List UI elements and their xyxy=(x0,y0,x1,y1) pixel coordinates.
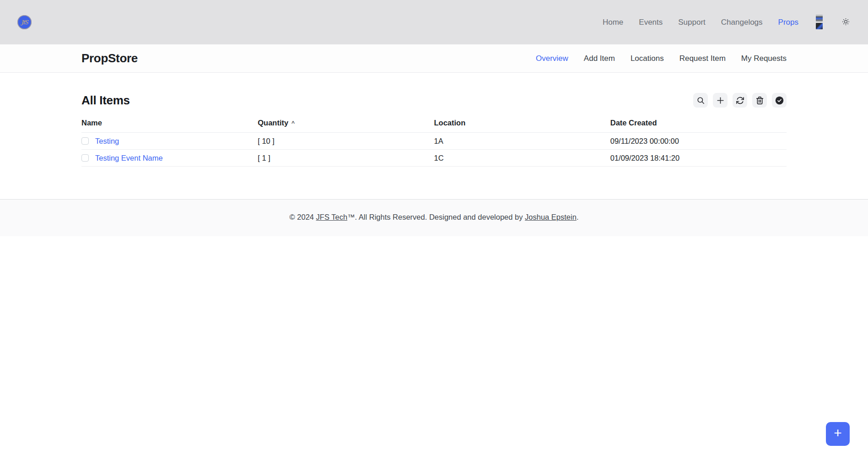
plus-icon: + xyxy=(834,426,842,440)
search-button[interactable] xyxy=(693,93,708,108)
main-content: All Items xyxy=(81,73,787,167)
item-location: 1A xyxy=(434,137,610,146)
topnav-links: Home Events Support Changelogs Props xyxy=(603,18,798,27)
row-checkbox[interactable] xyxy=(81,154,89,162)
delete-button[interactable] xyxy=(752,93,767,108)
select-all-button[interactable] xyxy=(772,93,787,108)
column-header-date-created[interactable]: Date Created xyxy=(610,119,787,127)
avatar-fragment xyxy=(816,15,823,22)
jfs-logo[interactable]: JfS xyxy=(17,15,32,29)
add-item-fab[interactable]: + xyxy=(826,422,850,446)
tab-locations[interactable]: Locations xyxy=(631,54,664,63)
copyright-text: © 2024 xyxy=(290,213,316,221)
refresh-button[interactable] xyxy=(733,93,747,108)
user-avatar-image[interactable] xyxy=(816,15,823,30)
tab-my-requests[interactable]: My Requests xyxy=(741,54,787,63)
row-checkbox[interactable] xyxy=(81,137,89,145)
circle-check-icon xyxy=(775,96,784,105)
jfs-tech-link[interactable]: JFS Tech xyxy=(316,213,347,221)
item-date-created: 01/09/2023 18:41:20 xyxy=(610,154,787,162)
item-quantity: [ 10 ] xyxy=(258,137,434,146)
tab-add-item[interactable]: Add Item xyxy=(584,54,615,63)
avatar-fragment xyxy=(816,23,823,29)
add-item-button[interactable] xyxy=(713,93,728,108)
items-toolbar xyxy=(693,93,787,108)
plus-icon xyxy=(716,96,725,105)
item-name-link[interactable]: Testing xyxy=(95,137,119,146)
table-row: Testing Event Name [ 1 ] 1C 01/09/2023 1… xyxy=(81,150,787,167)
item-quantity: [ 1 ] xyxy=(258,154,434,162)
theme-toggle-button[interactable] xyxy=(842,18,850,27)
sort-ascending-icon: ^ xyxy=(291,120,295,127)
search-icon xyxy=(696,96,705,105)
page-title: All Items xyxy=(81,93,130,108)
subnav-tabs: Overview Add Item Locations Request Item… xyxy=(536,54,787,63)
column-header-location[interactable]: Location xyxy=(434,119,610,127)
nav-link-changelogs[interactable]: Changelogs xyxy=(721,18,763,27)
table-row: Testing [ 10 ] 1A 09/11/2023 00:00:00 xyxy=(81,133,787,150)
app-title: PropStore xyxy=(81,51,138,65)
top-navbar: JfS Home Events Support Changelogs Props xyxy=(0,0,868,44)
tab-overview[interactable]: Overview xyxy=(536,54,568,63)
table-header-row: Name Quantity ^ Location Date Created xyxy=(81,119,787,133)
items-table: Name Quantity ^ Location Date Created Te… xyxy=(81,119,787,167)
app-subnav: PropStore Overview Add Item Locations Re… xyxy=(0,44,868,73)
page-footer: © 2024 JFS Tech™. All Rights Reserved. D… xyxy=(0,199,868,236)
footer-suffix: . xyxy=(577,213,579,221)
item-date-created: 09/11/2023 00:00:00 xyxy=(610,137,787,146)
nav-link-events[interactable]: Events xyxy=(639,18,663,27)
item-name-link[interactable]: Testing Event Name xyxy=(95,154,163,162)
column-header-name[interactable]: Name xyxy=(81,119,258,127)
jfs-logo-text: JfS xyxy=(21,19,27,26)
joshua-epstein-link[interactable]: Joshua Epstein xyxy=(525,213,577,221)
item-location: 1C xyxy=(434,154,610,162)
nav-link-home[interactable]: Home xyxy=(603,18,623,27)
footer-middle-text: ™. All Rights Reserved. Designed and dev… xyxy=(347,213,525,221)
nav-link-support[interactable]: Support xyxy=(678,18,706,27)
tab-request-item[interactable]: Request Item xyxy=(679,54,726,63)
refresh-icon xyxy=(736,96,744,105)
nav-link-props[interactable]: Props xyxy=(778,18,798,27)
trash-icon xyxy=(755,96,764,105)
column-header-quantity[interactable]: Quantity ^ xyxy=(258,119,434,127)
sun-icon xyxy=(842,18,850,27)
